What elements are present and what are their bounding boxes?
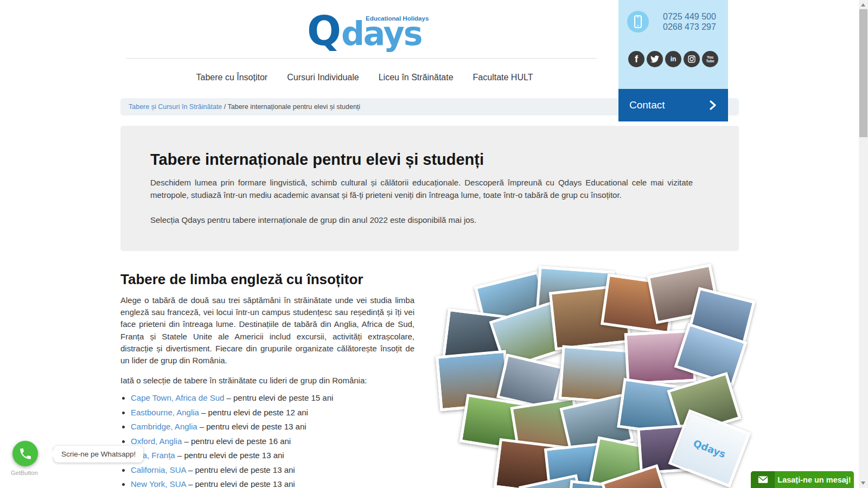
photo-collage: Qdays — [431, 262, 735, 488]
list-item: Oxford, Anglia – pentru elevi de peste 1… — [131, 436, 414, 446]
nav-item-liceu-in-strainatate[interactable]: Liceu în Străinătate — [379, 73, 454, 82]
camp-desc: – pentru elevi de peste 13 ani — [186, 479, 295, 488]
scroll-down-icon[interactable] — [861, 481, 865, 485]
list-item: New York, SUA – pentru elevi de peste 13… — [131, 479, 414, 488]
youtube-icon[interactable]: You Tube — [702, 51, 718, 67]
whatsapp-button[interactable] — [12, 441, 38, 466]
hero-paragraph-2: Selecția Qdays pentru tabere internațion… — [150, 214, 693, 226]
list-item: Cambridge, Anglia – pentru elevi de pest… — [131, 422, 414, 431]
nav-item-cursuri-individuale[interactable]: Cursuri Individuale — [287, 73, 359, 82]
camp-desc: – pentru elevi de peste 13 ani — [186, 465, 295, 474]
main-nav: Tabere cu ÎnsoțitorCursuri IndividualeLi… — [120, 73, 609, 82]
twitter-icon[interactable] — [647, 51, 663, 67]
camp-desc: – pentru elevi de peste 12 ani — [199, 408, 308, 417]
page-title: Tabere internaționale pentru elevi și st… — [150, 151, 693, 169]
phone-numbers[interactable]: 0725 449 500 0268 473 297 — [663, 11, 716, 32]
scrollbar-thumb[interactable] — [859, 9, 867, 137]
leave-message-label: Lasați-ne un mesaj! — [775, 471, 854, 488]
whatsapp-tooltip[interactable]: Scrie-ne pe Whatsapp! — [54, 446, 143, 463]
camp-link[interactable]: Cape Town, Africa de Sud — [131, 393, 224, 402]
list-item: California, SUA – pentru elevi de peste … — [131, 465, 414, 474]
leave-message-button[interactable]: Lasați-ne un mesaj! — [751, 471, 854, 488]
hero-panel: Tabere internaționale pentru elevi și st… — [120, 126, 739, 251]
camp-desc: – pentru elevi de peste 13 ani — [197, 422, 307, 431]
camp-desc: – pentru elevi de peste 16 ani — [182, 436, 291, 446]
facebook-icon[interactable]: f — [628, 51, 644, 67]
social-row: f in You Tube — [618, 51, 728, 67]
whatsapp-icon — [18, 447, 33, 461]
site-logo[interactable]: Qdays Educational Holidays — [307, 8, 432, 57]
list-item: Cape Town, Africa de Sud – pentru elevi … — [131, 393, 414, 402]
logo-tagline: Educational Holidays — [366, 15, 429, 22]
nav-item-facultate-hult[interactable]: Facultate HULT — [473, 73, 533, 82]
camp-desc: – pentru elevi de peste 15 ani — [224, 393, 333, 402]
logo-q-letter: Q — [307, 8, 341, 54]
camp-link[interactable]: Oxford, Anglia — [131, 436, 182, 446]
nav-item-tabere-cu-insotitor[interactable]: Tabere cu Însoțitor — [196, 73, 268, 82]
breadcrumb-link[interactable]: Tabere și Cursuri în Străinătate — [129, 103, 222, 111]
list-item: Eastbourne, Anglia – pentru elevi de pes… — [131, 408, 414, 417]
getbutton-credit[interactable]: GetButton — [11, 470, 38, 476]
contact-button[interactable]: Contact — [618, 89, 728, 121]
breadcrumb-current: Tabere internaționale pentru elevi și st… — [228, 103, 361, 111]
envelope-icon — [751, 471, 775, 488]
content-section: Tabere de limba engleză cu însoțitor Ale… — [120, 271, 414, 488]
phone-box: 0725 449 500 0268 473 297 f in You Tube — [618, 0, 728, 89]
camp-desc: – pentru elevi de peste 13 ani — [175, 451, 284, 460]
list-item: Nisa, Franța – pentru elevi de peste 13 … — [131, 451, 414, 460]
section-paragraph: Alege o tabără de două sau trei săptămân… — [120, 294, 414, 367]
contact-label: Contact — [629, 99, 709, 111]
instagram-icon[interactable] — [684, 51, 700, 67]
camp-link[interactable]: Cambridge, Anglia — [131, 422, 197, 431]
phone-icon — [627, 11, 649, 33]
hero-paragraph-1: Deschidem lumea prin formare lingvistică… — [150, 176, 693, 202]
scroll-up-icon[interactable] — [861, 3, 865, 7]
vertical-scrollbar[interactable] — [859, 0, 868, 488]
breadcrumb-separator: / — [222, 103, 227, 111]
header-divider — [126, 58, 597, 59]
chevron-right-icon — [709, 100, 717, 111]
camp-link[interactable]: California, SUA — [131, 465, 186, 474]
section-title: Tabere de limba engleză cu însoțitor — [120, 271, 414, 288]
camp-link[interactable]: Eastbourne, Anglia — [131, 408, 199, 417]
linkedin-icon[interactable]: in — [665, 51, 681, 67]
camp-link[interactable]: New York, SUA — [131, 479, 186, 488]
list-intro: Iată o selecție de tabere în străinătate… — [120, 376, 414, 385]
camps-list: Cape Town, Africa de Sud – pentru elevi … — [120, 393, 414, 488]
